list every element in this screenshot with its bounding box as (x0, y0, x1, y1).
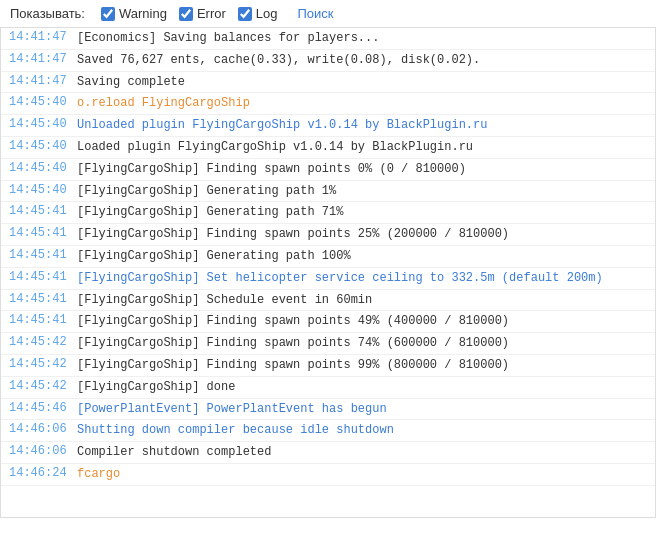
log-time: 14:45:40 (1, 94, 73, 110)
log-checkbox[interactable] (238, 7, 252, 21)
log-message: [FlyingCargoShip] Finding spawn points 9… (73, 356, 655, 375)
log-message: Saving complete (73, 73, 655, 92)
log-message: fcargo (73, 465, 655, 484)
error-label: Error (197, 6, 226, 21)
log-message: [FlyingCargoShip] done (73, 378, 655, 397)
log-row: 14:45:40o.reload FlyingCargoShip (1, 93, 655, 115)
log-time: 14:45:40 (1, 138, 73, 154)
log-time: 14:45:41 (1, 247, 73, 263)
log-message: Compiler shutdown completed (73, 443, 655, 462)
log-message: [PowerPlantEvent] PowerPlantEvent has be… (73, 400, 655, 419)
log-row: 14:45:42[FlyingCargoShip] done (1, 377, 655, 399)
log-message: Saved 76,627 ents, cache(0.33), write(0.… (73, 51, 655, 70)
log-row: 14:45:40Unloaded plugin FlyingCargoShip … (1, 115, 655, 137)
log-time: 14:41:47 (1, 51, 73, 67)
log-container: 14:41:47[Economics] Saving balances for … (0, 28, 656, 518)
search-link[interactable]: Поиск (298, 6, 334, 21)
log-message: [FlyingCargoShip] Finding spawn points 2… (73, 225, 655, 244)
toolbar-label: Показывать: (10, 6, 85, 21)
log-row: 14:41:47[Economics] Saving balances for … (1, 28, 655, 50)
log-time: 14:45:46 (1, 400, 73, 416)
log-time: 14:45:40 (1, 182, 73, 198)
log-time: 14:45:41 (1, 225, 73, 241)
toolbar: Показывать: Warning Error Log Поиск (0, 0, 656, 28)
log-row: 14:45:42[FlyingCargoShip] Finding spawn … (1, 355, 655, 377)
warning-label: Warning (119, 6, 167, 21)
log-time: 14:45:41 (1, 312, 73, 328)
log-time: 14:45:40 (1, 160, 73, 176)
log-message: [Economics] Saving balances for players.… (73, 29, 655, 48)
log-message: [FlyingCargoShip] Finding spawn points 4… (73, 312, 655, 331)
log-row: 14:46:24fcargo (1, 464, 655, 486)
log-message: [FlyingCargoShip] Finding spawn points 7… (73, 334, 655, 353)
log-time: 14:45:42 (1, 334, 73, 350)
log-time: 14:45:42 (1, 356, 73, 372)
log-row: 14:45:41[FlyingCargoShip] Generating pat… (1, 246, 655, 268)
log-row: 14:45:46[PowerPlantEvent] PowerPlantEven… (1, 399, 655, 421)
warning-checkbox-item[interactable]: Warning (101, 6, 167, 21)
log-message: [FlyingCargoShip] Finding spawn points 0… (73, 160, 655, 179)
log-row: 14:45:41[FlyingCargoShip] Finding spawn … (1, 224, 655, 246)
log-message: o.reload FlyingCargoShip (73, 94, 655, 113)
warning-checkbox[interactable] (101, 7, 115, 21)
error-checkbox-item[interactable]: Error (179, 6, 226, 21)
log-time: 14:46:06 (1, 443, 73, 459)
log-message: Unloaded plugin FlyingCargoShip v1.0.14 … (73, 116, 655, 135)
log-message: [FlyingCargoShip] Schedule event in 60mi… (73, 291, 655, 310)
log-row: 14:45:41[FlyingCargoShip] Finding spawn … (1, 311, 655, 333)
log-time: 14:41:47 (1, 73, 73, 89)
log-row: 14:46:06Compiler shutdown completed (1, 442, 655, 464)
log-message: [FlyingCargoShip] Set helicopter service… (73, 269, 655, 288)
log-row: 14:45:40[FlyingCargoShip] Generating pat… (1, 181, 655, 203)
log-checkbox-item[interactable]: Log (238, 6, 278, 21)
log-time: 14:41:47 (1, 29, 73, 45)
log-label: Log (256, 6, 278, 21)
log-time: 14:45:42 (1, 378, 73, 394)
log-row: 14:45:41[FlyingCargoShip] Schedule event… (1, 290, 655, 312)
log-time: 14:45:40 (1, 116, 73, 132)
log-row: 14:45:40Loaded plugin FlyingCargoShip v1… (1, 137, 655, 159)
log-row: 14:46:06Shutting down compiler because i… (1, 420, 655, 442)
log-time: 14:46:06 (1, 421, 73, 437)
log-row: 14:45:41[FlyingCargoShip] Set helicopter… (1, 268, 655, 290)
log-time: 14:45:41 (1, 269, 73, 285)
log-row: 14:45:40[FlyingCargoShip] Finding spawn … (1, 159, 655, 181)
error-checkbox[interactable] (179, 7, 193, 21)
log-message: [FlyingCargoShip] Generating path 71% (73, 203, 655, 222)
log-row: 14:41:47Saved 76,627 ents, cache(0.33), … (1, 50, 655, 72)
log-message: [FlyingCargoShip] Generating path 1% (73, 182, 655, 201)
log-time: 14:46:24 (1, 465, 73, 481)
log-message: [FlyingCargoShip] Generating path 100% (73, 247, 655, 266)
log-message: Loaded plugin FlyingCargoShip v1.0.14 by… (73, 138, 655, 157)
log-time: 14:45:41 (1, 203, 73, 219)
log-row: 14:41:47Saving complete (1, 72, 655, 94)
log-row: 14:45:41[FlyingCargoShip] Generating pat… (1, 202, 655, 224)
log-message: Shutting down compiler because idle shut… (73, 421, 655, 440)
log-time: 14:45:41 (1, 291, 73, 307)
log-row: 14:45:42[FlyingCargoShip] Finding spawn … (1, 333, 655, 355)
